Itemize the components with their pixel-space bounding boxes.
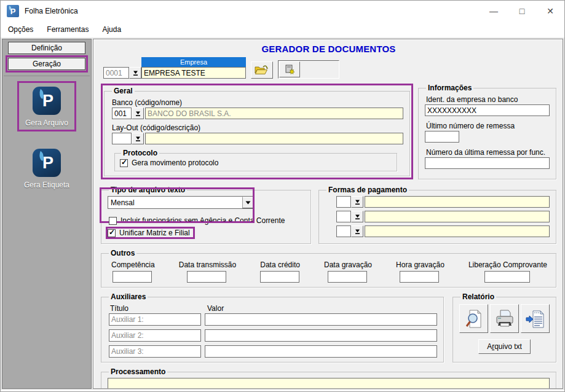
menu-ajuda[interactable]: Ajuda [102,25,121,34]
data-credito-label: Data crédito [260,261,300,269]
auxiliar-3-titulo-field[interactable] [109,345,201,358]
prosoft-logo-icon: P [33,87,61,115]
liberacao-comprovante-label: Liberação Comprovante [468,261,547,269]
row-tipo-formas: Tipo de arquivo texto Mensal Incluir fun… [101,186,556,244]
outros-field-hora-gravacao: Hora gravação [395,259,444,283]
gera-movimento-protocolo-checkbox[interactable] [120,159,128,167]
auxiliares-legend: Auxiliares [109,292,148,301]
close-button[interactable]: ✕ [536,1,564,22]
data-transmissao-field[interactable] [187,271,226,283]
gera-etiqueta-button[interactable]: P Gera Etiqueta [24,149,69,189]
preview-magnifier-icon [465,309,483,329]
processamento-status-field [108,378,550,389]
menu-bar: Opções Ferramentas Ajuda [1,22,564,37]
combo-arrow-button[interactable] [242,197,253,208]
empresa-dropdown-button[interactable] [129,67,141,79]
menu-ferramentas[interactable]: Ferramentas [47,25,89,34]
ultimo-remessa-field[interactable] [425,131,459,143]
app-logo-icon: P [7,5,19,17]
forma-code-field-2[interactable] [336,211,351,222]
auxiliar-row [109,345,437,358]
arquivo-txt-button[interactable]: Arquivo txt [478,339,531,354]
arquivo-txt-label: A [487,342,492,351]
geral-legend: Geral [112,87,135,95]
protocolo-legend: Protocolo [121,149,159,157]
processamento-groupbox: Processamento [101,367,556,389]
banco-name-field[interactable] [145,108,403,119]
ultimo-remessa-label: Último número de remessa [426,122,550,130]
forma-pagamento-row [336,211,550,222]
tipo-arquivo-selected: Mensal [108,198,242,207]
tipo-arquivo-legend: Tipo de arquivo texto [109,186,187,194]
sidebar-tab-definicao[interactable]: Definição [8,42,85,54]
data-gravacao-field[interactable] [328,271,367,283]
app-window: P Folha Eletrônica — □ ✕ Opções Ferramen… [0,0,565,392]
main-panel: GERADOR DE DOCUMENTOS Empresa [93,39,563,389]
logo-letter: P [42,154,53,173]
prosoft-logo-icon: P [33,149,61,177]
empresa-code-field[interactable] [103,67,129,79]
content-area: Definição Geração P Gera Arquivo P [1,37,564,390]
maximize-button[interactable]: □ [508,1,536,22]
preview-report-button[interactable] [459,304,488,333]
forma-dropdown-button-1[interactable] [351,196,363,208]
forma-code-field-3[interactable] [336,225,351,237]
auxiliar-1-valor-field[interactable] [205,313,437,326]
empresa-name-field[interactable] [141,67,246,79]
outros-field-competencia: Competência [110,259,155,283]
relatorio-legend: Relatório [460,292,496,301]
sidebar-divider [4,76,90,76]
gera-arquivo-button[interactable]: P Gera Arquivo [25,87,68,127]
auxiliar-1-titulo-field[interactable] [109,313,201,326]
sidebar-tab-geracao[interactable]: Geração [8,58,85,70]
minimize-button[interactable]: — [480,1,508,22]
incluir-funcionarios-row: Incluir funcionários sem Agência e Conta… [109,216,304,225]
forma-dropdown-button-3[interactable] [351,225,363,237]
row-auxiliares-relatorio: Auxiliares Título Valor [101,292,556,363]
layout-code-field[interactable] [112,133,132,144]
competencia-label: Competência [111,261,155,269]
layout-desc-field[interactable] [145,133,403,144]
gera-etiqueta-label: Gera Etiqueta [24,181,69,189]
hora-gravacao-field[interactable] [400,271,439,283]
tipo-arquivo-combobox[interactable]: Mensal [108,196,254,209]
formas-pagamento-groupbox: Formas de pagamento [318,186,556,244]
auxiliar-2-valor-field[interactable] [205,329,437,342]
informacoes-legend: Informações [426,84,473,92]
auxiliares-groupbox: Auxiliares Título Valor [101,292,444,363]
unificar-matriz-checkbox[interactable] [108,229,116,237]
empresa-header: Empresa [141,57,246,67]
ident-empresa-field[interactable] [425,104,550,116]
banco-dropdown-button[interactable] [132,108,144,119]
dropdown-to-bar-icon [133,70,138,76]
competencia-field[interactable] [113,271,152,283]
auxiliar-2-titulo-field[interactable] [109,329,201,342]
banco-code-field[interactable] [112,108,132,119]
process-button[interactable] [279,61,300,77]
menu-opcoes[interactable]: Opções [8,25,33,34]
forma-pagamento-row [336,196,550,208]
data-credito-field[interactable] [260,271,299,283]
layout-label: Lay-Out (código/descrição) [112,123,403,132]
forma-value-field-1[interactable] [365,196,550,208]
outros-groupbox: Outros Competência Data transmissão Data… [101,249,556,288]
empresa-stack: Empresa [141,57,246,79]
auxiliar-3-valor-field[interactable] [205,345,437,358]
forma-value-field-3[interactable] [365,225,550,237]
forma-value-field-2[interactable] [365,211,550,222]
open-folder-button[interactable] [251,61,273,79]
open-folder-icon [255,65,269,76]
liberacao-comprovante-field[interactable] [484,271,530,283]
print-report-button[interactable] [490,304,519,333]
forma-code-field-1[interactable] [336,196,351,208]
relatorio-groupbox: Relatório [452,292,556,363]
unificar-matriz-label: Unificar Matriz e Filial [119,229,190,237]
incluir-funcionarios-checkbox[interactable] [109,217,117,225]
layout-dropdown-button[interactable] [132,133,144,144]
forma-dropdown-button-2[interactable] [351,211,363,222]
formas-pagamento-legend: Formas de pagamento [326,186,409,194]
data-gravacao-label: Data gravação [324,261,372,269]
banco-label: Banco (código/nome) [112,98,403,107]
ultima-remessa-func-field[interactable] [425,157,550,169]
export-report-button[interactable] [521,304,550,333]
